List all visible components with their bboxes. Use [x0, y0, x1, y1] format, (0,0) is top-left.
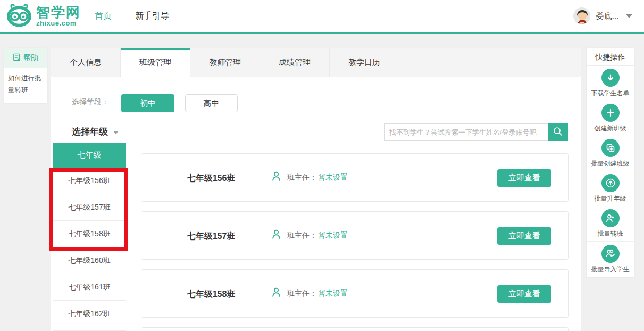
- brand-name: 智学网: [36, 5, 81, 19]
- nav-home[interactable]: 首页: [95, 11, 112, 22]
- brand-logo[interactable]: 智学网 zhixue.com: [6, 3, 81, 29]
- stage-senior-button[interactable]: 高中: [185, 94, 238, 112]
- class-list-item-156[interactable]: 七年级156班: [53, 168, 126, 194]
- head-teacher-not-set-link[interactable]: 暂未设置: [318, 289, 348, 299]
- top-header: 智学网 zhixue.com 首页 新手引导 娄底...: [0, 0, 644, 34]
- quick-action-create-class[interactable]: 创建新班级: [587, 101, 634, 136]
- head-teacher-label: 班主任：: [287, 173, 317, 183]
- quick-actions-title: 快捷操作: [587, 48, 634, 66]
- app-screen: 智学网 zhixue.com 首页 新手引导 娄底...: [0, 0, 644, 331]
- tab-class-management[interactable]: 班级管理: [121, 48, 190, 77]
- stage-selector-label: 选择学段：: [72, 97, 109, 107]
- dashed-divider: [246, 280, 246, 308]
- head-teacher-not-set-link[interactable]: 暂未设置: [318, 231, 348, 241]
- help-panel-header: 帮助: [4, 48, 47, 68]
- help-panel: 帮助 如何进行批量转班: [4, 48, 47, 103]
- class-list-item-161[interactable]: 七年级161班: [53, 274, 126, 301]
- student-search-input[interactable]: [384, 123, 548, 141]
- username: 娄底...: [596, 11, 618, 21]
- class-card-name: 七年级156班: [172, 173, 250, 184]
- head-teacher-not-set-link[interactable]: 暂未设置: [318, 173, 348, 183]
- nav-newbie-guide[interactable]: 新手引导: [135, 11, 169, 22]
- owl-logo-icon: [6, 3, 32, 29]
- quick-action-batch-transfer[interactable]: 批量转班: [587, 206, 634, 242]
- plus-icon: [601, 104, 620, 122]
- quick-action-batch-import-students[interactable]: 批量导入学生: [587, 242, 634, 277]
- class-card-name: 七年级158班: [172, 289, 250, 300]
- avatar[interactable]: [573, 7, 590, 24]
- stage-junior-button[interactable]: 初中: [121, 94, 174, 112]
- chevron-down-icon[interactable]: [626, 14, 632, 18]
- tab-bar: 个人信息 班级管理 教师管理 成绩管理 教学日历: [51, 48, 581, 77]
- arrow-up-circle-icon: [601, 174, 620, 192]
- brand-domain: zhixue.com: [36, 20, 81, 27]
- class-list-item-157[interactable]: 七年级157班: [53, 194, 126, 221]
- class-card-157: 七年级157班 班主任： 暂未设置 立即查看: [141, 211, 569, 260]
- copy-plus-icon: [601, 139, 620, 157]
- quick-action-batch-grade-up[interactable]: 批量升年级: [587, 171, 634, 206]
- quick-action-download-roster[interactable]: 下载学生名单: [587, 66, 634, 101]
- grade-list-header-grade7[interactable]: 七年级: [53, 143, 126, 168]
- grade-selector-label: 选择年级: [72, 126, 108, 138]
- view-now-button[interactable]: 立即查看: [497, 285, 551, 303]
- class-card-partial: [141, 327, 569, 331]
- head-teacher-label: 班主任：: [287, 289, 317, 299]
- class-list-item-158[interactable]: 七年级158班: [53, 221, 126, 247]
- people-import-icon: [601, 245, 620, 263]
- chevron-down-icon: [113, 131, 119, 134]
- grade-selector-dropdown[interactable]: 选择年级: [72, 126, 119, 138]
- student-search: [384, 123, 568, 141]
- class-list-item-partial: [53, 327, 126, 331]
- help-doc-icon: [13, 53, 21, 63]
- search-icon: [553, 126, 563, 138]
- class-card-name: 七年级157班: [172, 231, 250, 242]
- class-list-sidebar: 七年级 七年级156班 七年级157班 七年级158班 七年级160班 七年级1…: [53, 143, 126, 331]
- person-icon: [271, 171, 282, 184]
- dashed-divider: [246, 222, 246, 250]
- tab-teacher-management[interactable]: 教师管理: [190, 48, 260, 77]
- class-list-item-160[interactable]: 七年级160班: [53, 247, 126, 274]
- search-button[interactable]: [548, 123, 568, 141]
- help-link-batch-transfer[interactable]: 如何进行批量转班: [4, 68, 47, 103]
- user-menu[interactable]: 娄底...: [573, 7, 632, 24]
- class-list-item-162[interactable]: 七年级162班: [53, 301, 126, 327]
- tab-score-management[interactable]: 成绩管理: [260, 48, 330, 77]
- quick-action-batch-create-classes[interactable]: 批量创建班级: [587, 136, 634, 171]
- quick-actions-panel: 快捷操作 下载学生名单 创建新班级: [587, 48, 634, 277]
- view-now-button[interactable]: 立即查看: [497, 169, 551, 187]
- view-now-button[interactable]: 立即查看: [497, 227, 551, 245]
- head-teacher-label: 班主任：: [287, 231, 317, 241]
- tab-teaching-calendar[interactable]: 教学日历: [330, 48, 399, 77]
- tab-personal-info[interactable]: 个人信息: [51, 48, 121, 77]
- help-title: 帮助: [23, 53, 38, 63]
- class-card-156: 七年级156班 班主任： 暂未设置 立即查看: [141, 153, 569, 202]
- download-icon: [601, 69, 620, 87]
- person-icon: [271, 229, 282, 242]
- class-card-158: 七年级158班 班主任： 暂未设置 立即查看: [141, 269, 569, 318]
- person-icon: [271, 287, 282, 300]
- dashed-divider: [246, 164, 246, 192]
- person-transfer-icon: [601, 209, 620, 227]
